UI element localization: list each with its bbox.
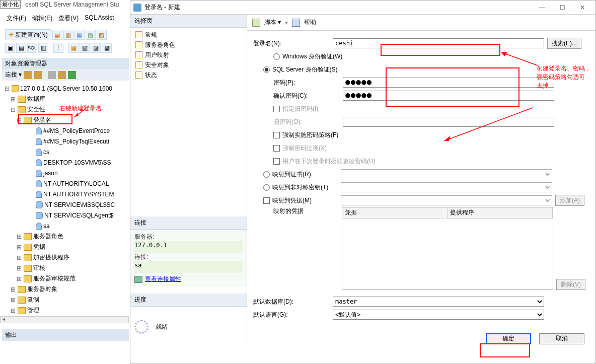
- tree-security[interactable]: 安全性: [27, 105, 45, 114]
- tree-server-objects[interactable]: 服务器对象: [27, 285, 57, 294]
- page-general[interactable]: 常规: [132, 30, 245, 40]
- tb-btn-5[interactable]: ▨: [97, 30, 107, 40]
- search-button[interactable]: 搜索(E)...: [547, 38, 581, 49]
- expand-icon[interactable]: ⊞: [10, 96, 16, 103]
- tb-btn-1[interactable]: ▤: [52, 30, 62, 40]
- conn-icon-2[interactable]: [34, 71, 42, 79]
- tb-btn-3[interactable]: ▦: [74, 30, 85, 40]
- sql-auth-radio[interactable]: [263, 66, 270, 73]
- tb2-4[interactable]: ▥: [38, 43, 48, 53]
- menu-sqlassist[interactable]: SQL Assist: [85, 14, 114, 23]
- tb-btn-2[interactable]: ▥: [63, 30, 73, 40]
- page-server-roles[interactable]: 服务器角色: [132, 40, 245, 50]
- expand-icon[interactable]: ⊟: [4, 85, 10, 92]
- default-lang-select[interactable]: <默认值>: [333, 310, 544, 320]
- expand-icon[interactable]: ⊞: [16, 275, 22, 282]
- expand-icon[interactable]: ⊞: [10, 286, 16, 293]
- conn-icon-1[interactable]: [24, 71, 32, 79]
- filter-icon[interactable]: [48, 71, 56, 79]
- expand-icon[interactable]: ⊞: [16, 233, 22, 240]
- tree-replication[interactable]: 复制: [27, 296, 39, 304]
- tb2-warn[interactable]: !: [53, 43, 63, 53]
- script-dropdown[interactable]: 脚本 ▾: [264, 18, 281, 27]
- login-item[interactable]: sa: [43, 223, 50, 230]
- login-item[interactable]: NT AUTHORITY\SYSTEM: [43, 191, 114, 198]
- map-asym-radio[interactable]: [263, 184, 270, 191]
- select-page-header: 选择页: [130, 15, 247, 28]
- folder-icon: [24, 233, 32, 240]
- login-item[interactable]: DESKTOP-10SVMV5\SS: [43, 159, 111, 166]
- conn-icon-3[interactable]: [58, 71, 66, 79]
- help-button[interactable]: 帮助: [304, 18, 316, 27]
- enforce-policy-checkbox[interactable]: [273, 132, 280, 138]
- tree-databases[interactable]: 数据库: [27, 95, 45, 103]
- user-icon: [36, 149, 42, 156]
- map-cert-radio[interactable]: [263, 171, 270, 178]
- col-cred-header: 凭据: [342, 207, 448, 219]
- horizontal-scrollbar[interactable]: [0, 316, 129, 323]
- tree-server-roles[interactable]: 服务器角色: [33, 232, 63, 241]
- expand-icon[interactable]: ⊞: [10, 307, 16, 314]
- page-user-mapping[interactable]: 用户映射: [132, 50, 245, 60]
- monitor-icon: [134, 276, 142, 283]
- connect-dropdown[interactable]: 连接 ▾: [5, 70, 22, 79]
- tb-btn-4[interactable]: ▧: [86, 30, 96, 40]
- tb2-5[interactable]: ▦: [68, 43, 79, 53]
- login-item[interactable]: cs: [43, 149, 49, 156]
- server-value: 127.0.0.1: [134, 241, 243, 253]
- tree-crypto[interactable]: 加密提供程序: [33, 253, 69, 262]
- login-name-input[interactable]: [333, 38, 544, 48]
- menu-file[interactable]: 文件(F): [7, 14, 26, 23]
- login-item[interactable]: ##MS_PolicyTsqlExecuti: [43, 138, 109, 145]
- menu-edit[interactable]: 编辑(E): [32, 14, 52, 23]
- minimize-button[interactable]: 最小化: [0, 0, 21, 9]
- windows-auth-radio[interactable]: [273, 53, 280, 60]
- folder-icon: [18, 106, 26, 113]
- user-icon: [36, 170, 42, 177]
- connection-label: 连接:: [134, 253, 243, 261]
- login-item[interactable]: NT SERVICE\SQLAgent$: [44, 212, 113, 219]
- new-query-button[interactable]: ✳新建查询(N): [5, 29, 51, 40]
- folder-icon: [24, 117, 32, 124]
- window-close-icon[interactable]: ✕: [572, 2, 592, 14]
- tree-credentials[interactable]: 凭据: [33, 243, 45, 251]
- default-db-select[interactable]: master: [333, 297, 544, 307]
- login-item[interactable]: NT AUTHORITY\LOCAL: [43, 180, 109, 187]
- cancel-button[interactable]: 取消: [539, 333, 584, 344]
- tb2-8[interactable]: ▩: [102, 43, 112, 53]
- page-securables[interactable]: 安全对象: [132, 60, 245, 70]
- map-cred-checkbox[interactable]: [263, 197, 270, 204]
- refresh-icon[interactable]: [68, 71, 76, 79]
- login-item[interactable]: ##MS_PolicyEventProce: [43, 127, 110, 134]
- expand-icon[interactable]: ⊞: [16, 265, 22, 272]
- confirm-password-input[interactable]: ●●●●●: [343, 91, 554, 101]
- ok-button[interactable]: 确定: [486, 333, 531, 344]
- tree-logins[interactable]: 登录名: [33, 116, 51, 124]
- window-maximize-icon[interactable]: ☐: [552, 2, 572, 14]
- login-item[interactable]: NT SERVICE\MSSQL$SC: [44, 201, 115, 208]
- tb2-7[interactable]: ▨: [91, 43, 101, 53]
- password-input[interactable]: ●●●●●: [343, 78, 554, 88]
- page-status[interactable]: 状态: [132, 70, 245, 80]
- expand-icon[interactable]: ⊞: [16, 254, 22, 261]
- tree-mgmt[interactable]: 管理: [27, 306, 39, 315]
- expand-icon[interactable]: ⊟: [10, 106, 16, 113]
- folder-icon: [18, 297, 26, 304]
- login-item[interactable]: jason: [43, 170, 58, 177]
- tb2-2[interactable]: ▤: [16, 43, 26, 53]
- dialog-titlebar: 登录名 - 新建 — ☐ ✕: [130, 1, 595, 15]
- tb2-1[interactable]: ▣: [5, 43, 15, 53]
- expand-icon[interactable]: ⊟: [16, 117, 22, 124]
- tb2-6[interactable]: ▧: [80, 43, 90, 53]
- menu-view[interactable]: 查看(V): [58, 14, 79, 23]
- expand-icon[interactable]: ⊞: [10, 297, 16, 304]
- tb2-3[interactable]: SQL: [27, 43, 37, 53]
- window-minimize-icon[interactable]: —: [532, 2, 552, 14]
- tree-audits[interactable]: 审核: [33, 264, 45, 272]
- expand-icon[interactable]: ⊞: [16, 244, 22, 251]
- tree-server-audit-spec[interactable]: 服务器审核规范: [33, 274, 76, 283]
- view-connection-props-link[interactable]: 查看连接属性: [145, 275, 181, 283]
- old-pw-label: 旧密码(O):: [252, 118, 343, 126]
- dialog-left-panel: 选择页 常规 服务器角色 用户映射 安全对象 状态 连接 服务器: 127.0.…: [130, 15, 247, 347]
- server-node[interactable]: 127.0.0.1 (SQL Server 10.50.1600: [20, 85, 112, 92]
